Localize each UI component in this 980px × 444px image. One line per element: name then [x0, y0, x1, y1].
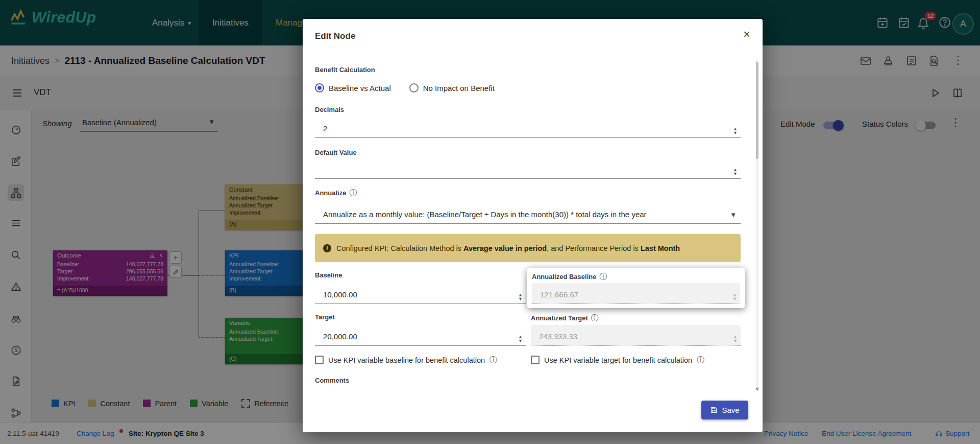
annualize-label: Annualize ⓘ [315, 188, 357, 198]
number-stepper[interactable]: ▲▼ [518, 293, 523, 301]
chevron-down-icon: ▼ [730, 211, 737, 219]
checkbox-unchecked[interactable] [315, 356, 324, 364]
default-value-label: Default Value [315, 149, 357, 156]
annualized-target-input: 243,333.33 ▲▼ [531, 325, 741, 346]
save-icon [710, 406, 718, 414]
close-icon[interactable]: × [743, 28, 750, 40]
use-kpi-baseline-checkbox-row: Use KPI variable baseline for benefit ca… [315, 355, 497, 365]
benefit-calculation-label: Benefit Calculation [315, 66, 375, 74]
number-stepper: ▲▼ [733, 335, 738, 343]
comments-label: Comments [315, 377, 349, 384]
benefit-calculation-options: Baseline vs Actual No Impact on Benefit [315, 83, 495, 92]
radio-unselected-icon [409, 83, 419, 92]
annualized-baseline-label: Annualized Baseline ⓘ [532, 272, 607, 282]
number-stepper[interactable]: ▲▼ [733, 127, 738, 135]
number-stepper[interactable]: ▲▼ [733, 168, 738, 176]
number-stepper[interactable]: ▲▼ [518, 335, 523, 343]
info-icon[interactable]: ⓘ [697, 355, 704, 365]
radio-selected-icon [315, 83, 324, 92]
modal-title: Edit Node [315, 31, 355, 41]
radio-baseline-vs-actual[interactable]: Baseline vs Actual [315, 83, 391, 92]
default-value-input[interactable]: ▲▼ [315, 158, 741, 179]
info-icon[interactable]: ⓘ [349, 188, 357, 198]
info-icon: i [323, 244, 331, 252]
baseline-input[interactable]: 10,000.00 ▲▼ [315, 283, 526, 304]
radio-no-impact-on-benefit[interactable]: No Impact on Benefit [409, 83, 495, 92]
save-button[interactable]: Save [701, 401, 748, 419]
decimals-input[interactable]: 2 ▲▼ [315, 117, 741, 138]
target-input[interactable]: 20,000.00 ▲▼ [315, 325, 526, 346]
info-icon[interactable]: ⓘ [591, 313, 599, 323]
annualized-baseline-input: 121,666.67 ▲▼ [532, 283, 740, 304]
scroll-down-icon[interactable]: ▼ [754, 386, 760, 392]
annualized-baseline-highlight: Annualized Baseline ⓘ 121,666.67 ▲▼ [527, 268, 745, 308]
checkbox-unchecked[interactable] [531, 356, 540, 364]
use-kpi-target-checkbox-row: Use KPI variable target for benefit calc… [531, 355, 704, 365]
baseline-label: Baseline [315, 271, 342, 279]
decimals-label: Decimals [315, 106, 344, 113]
app-screen: WiredUp Analysis ▾ Initiatives Manage ▾ [0, 0, 980, 444]
target-label: Target [315, 313, 335, 321]
edit-node-modal: Edit Node × Benefit Calculation Baseline… [303, 19, 763, 432]
annualized-target-label: Annualized Target ⓘ [531, 313, 599, 323]
number-stepper: ▲▼ [732, 293, 737, 301]
annualize-select[interactable]: Annualize as a monthly value: (Baseline/… [315, 203, 741, 224]
info-icon[interactable]: ⓘ [489, 355, 497, 365]
modal-scrollbar-thumb[interactable] [756, 62, 758, 159]
info-icon[interactable]: ⓘ [599, 272, 607, 282]
configured-kpi-banner: i Configured KPI: Calculation Method is … [315, 234, 741, 262]
